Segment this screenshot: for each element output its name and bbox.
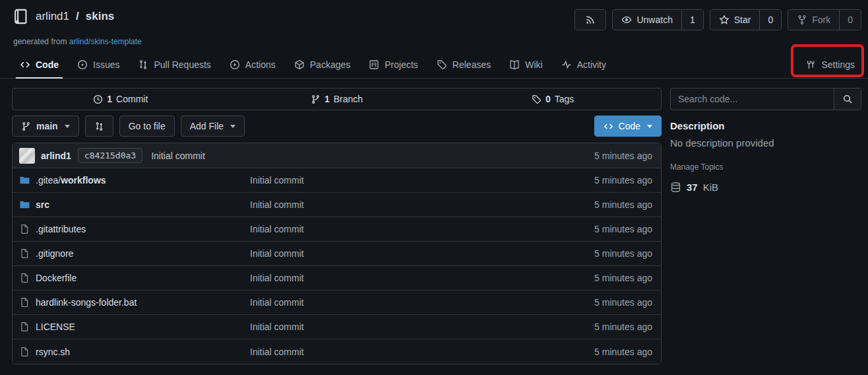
forks-count[interactable]: 0 <box>839 10 861 30</box>
branches-stat[interactable]: 1 Branch <box>229 88 445 110</box>
table-row: .gitignore Initial commit 5 minutes ago <box>13 242 661 266</box>
repo-owner-link[interactable]: arlind1 <box>36 10 69 23</box>
tab-wiki-label: Wiki <box>525 59 542 70</box>
tags-label: Tags <box>555 94 574 104</box>
add-file-button[interactable]: Add File <box>181 116 245 137</box>
tab-pull-requests[interactable]: Pull Requests <box>131 51 217 78</box>
template-repo-link[interactable]: arlind/skins-template <box>69 37 142 46</box>
table-row: .gitea/workflows Initial commit 5 minute… <box>13 168 661 193</box>
unwatch-button[interactable]: Unwatch <box>613 10 681 30</box>
book-icon <box>509 59 520 70</box>
package-icon <box>294 59 305 70</box>
content: 1 Commit 1 Branch 0 Tags <box>0 79 868 364</box>
tag-icon <box>532 94 542 104</box>
generated-from-line: generated from arlind/skins-template <box>0 30 868 46</box>
repo-name-link[interactable]: skins <box>86 10 114 23</box>
go-to-file-label: Go to file <box>129 121 166 131</box>
tab-issues-label: Issues <box>93 59 119 70</box>
commit-message-link[interactable]: Initial commit <box>151 151 205 161</box>
file-commit-time: 5 minutes ago <box>542 175 654 186</box>
unwatch-label: Unwatch <box>636 15 672 25</box>
file-commit-message[interactable]: Initial commit <box>250 248 542 259</box>
file-name-link[interactable]: hardlink-songs-folder.bat <box>19 297 250 308</box>
file-base-name: workflows <box>61 175 106 186</box>
repo-size-row: 37 KiB <box>670 182 861 193</box>
commits-label: Commit <box>116 94 148 104</box>
file-base-name: .gitattributes <box>36 224 86 234</box>
file-name-link[interactable]: .gitignore <box>19 248 250 259</box>
repo-title: arlind1 / skins <box>12 8 114 25</box>
search-icon <box>842 94 853 104</box>
code-download-button[interactable]: Code <box>594 116 662 137</box>
file-commit-message[interactable]: Initial commit <box>250 273 542 283</box>
tags-stat[interactable]: 0 Tags <box>445 88 661 110</box>
tab-releases[interactable]: Releases <box>430 51 497 78</box>
branch-icon <box>311 94 321 104</box>
table-row: src Initial commit 5 minutes ago <box>13 193 661 217</box>
file-name-link[interactable]: Dockerfile <box>19 273 250 283</box>
file-commit-message[interactable]: Initial commit <box>250 322 542 332</box>
file-dir-prefix: .gitea/ <box>36 175 61 186</box>
file-name-link[interactable]: .gitea/workflows <box>19 175 250 186</box>
file-commit-message[interactable]: Initial commit <box>250 224 542 234</box>
code-button-label: Code <box>619 121 640 131</box>
search-input[interactable] <box>671 88 834 110</box>
commit-author-avatar[interactable] <box>19 148 35 164</box>
file-commit-message[interactable]: Initial commit <box>250 175 542 186</box>
manage-topics-link[interactable]: Manage Topics <box>670 162 861 172</box>
file-icon <box>19 347 30 357</box>
commits-stat[interactable]: 1 Commit <box>13 88 229 110</box>
file-commit-time: 5 minutes ago <box>542 248 654 259</box>
repo-icon <box>12 8 29 25</box>
stars-count[interactable]: 0 <box>759 10 781 30</box>
watchers-count[interactable]: 1 <box>681 10 703 30</box>
tab-issues[interactable]: Issues <box>71 51 126 78</box>
file-name-link[interactable]: rsync.sh <box>19 347 250 357</box>
file-base-name: hardlink-songs-folder.bat <box>36 297 137 308</box>
tab-actions[interactable]: Actions <box>223 51 282 78</box>
tab-projects[interactable]: Projects <box>362 51 425 78</box>
file-icon <box>19 322 30 332</box>
code-icon <box>604 121 613 131</box>
tab-packages[interactable]: Packages <box>288 51 357 78</box>
go-to-file-button[interactable]: Go to file <box>119 116 175 137</box>
file-name-link[interactable]: .gitattributes <box>19 224 250 234</box>
rss-icon <box>585 15 596 25</box>
top-header: arlind1 / skins <box>0 0 868 30</box>
generated-from-text: generated from <box>13 37 67 46</box>
tab-activity[interactable]: Activity <box>555 51 613 78</box>
file-commit-message[interactable]: Initial commit <box>250 297 542 308</box>
branch-selector[interactable]: main <box>12 116 79 137</box>
file-commit-time: 5 minutes ago <box>542 347 654 357</box>
file-name-link[interactable]: src <box>19 199 250 210</box>
fork-button[interactable]: Fork <box>788 10 839 30</box>
star-button[interactable]: Star <box>710 10 760 30</box>
tab-releases-label: Releases <box>452 59 491 70</box>
file-base-name: src <box>36 199 49 210</box>
tab-settings[interactable]: Settings <box>799 59 861 70</box>
commit-hash-badge[interactable]: c84215d0a3 <box>78 148 142 163</box>
tab-settings-label: Settings <box>821 59 855 70</box>
rss-button[interactable] <box>575 10 605 30</box>
file-commit-message[interactable]: Initial commit <box>250 347 542 357</box>
search-button[interactable] <box>834 88 861 110</box>
tags-count: 0 <box>545 94 551 104</box>
history-icon <box>93 94 103 104</box>
compare-button[interactable] <box>85 116 113 137</box>
tab-code-label: Code <box>36 59 59 70</box>
commits-count: 1 <box>107 94 112 104</box>
tab-code[interactable]: Code <box>13 51 65 78</box>
commit-author-link[interactable]: arlind1 <box>41 151 71 161</box>
chevron-down-icon <box>65 125 70 128</box>
tab-wiki[interactable]: Wiki <box>503 51 549 78</box>
issue-icon <box>77 59 88 70</box>
fork-label: Fork <box>812 15 830 25</box>
watch-button-group: Unwatch 1 <box>612 9 703 30</box>
file-name-link[interactable]: LICENSE <box>19 322 250 332</box>
branches-label: Branch <box>334 94 363 104</box>
table-row: Dockerfile Initial commit 5 minutes ago <box>13 266 661 290</box>
file-commit-message[interactable]: Initial commit <box>250 199 542 210</box>
table-row: LICENSE Initial commit 5 minutes ago <box>13 315 661 339</box>
chevron-down-icon <box>230 125 235 128</box>
file-commit-time: 5 minutes ago <box>542 273 654 283</box>
